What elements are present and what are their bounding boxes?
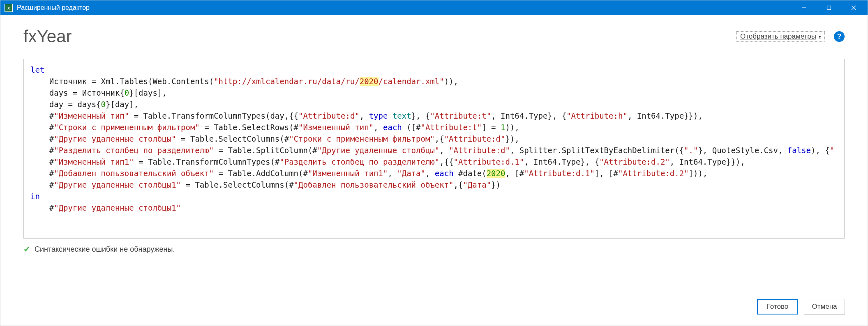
code-text: }) [491,180,501,189]
content-area: fxYear Отобразить параметры ▾ ? let Исто… [0,15,868,262]
code-str: "Другие удаленные столбцы" [317,146,439,155]
window-controls [792,0,866,15]
code-str: "Строки с примененным фильтром" [289,134,435,143]
display-parameters-label: Отобразить параметры [740,32,816,41]
code-text: , [360,111,369,120]
code-kw: text [392,111,411,120]
code-text: }, { [411,111,430,120]
code-str: "Измененный тип1" [308,169,388,178]
code-text: # [30,111,54,120]
code-text: ,{ [454,180,463,189]
code-text: # [30,157,54,166]
code-text: # [30,123,54,132]
window-title: Расширенный редактор [17,4,792,11]
code-text: }[days], [129,88,167,97]
dialog-buttons: Готово Отмена [757,299,845,315]
code-str: "Attribute:d.1" [524,169,595,178]
code-highlight: 2020 [487,169,506,178]
svg-rect-1 [827,6,831,10]
code-str: "Другие удаленные столбцы1" [54,203,181,212]
code-str: "Attribute:d.2" [618,169,689,178]
code-kw: false [787,146,811,155]
code-text: = Table.TransformColumnTypes(# [134,157,280,166]
code-str: "Attribute:t" [430,111,491,120]
code-text: # [30,180,54,189]
code-str: "Attribute:t" [420,123,482,132]
function-name-title: fxYear [23,27,72,46]
code-text: # [30,146,54,155]
code-str: "Добавлен пользовательский объект" [54,169,214,178]
maximize-button[interactable] [817,0,841,15]
close-button[interactable] [841,0,866,15]
header-row: fxYear Отобразить параметры ▾ ? [23,27,845,46]
code-text: , Int64.Type}}), [670,157,745,166]
code-text: ] = [482,123,501,132]
code-text: )), [444,77,458,86]
code-str: "Attribute:d" [449,146,510,155]
code-str: "Attribute:d.2" [599,157,670,166]
code-text: , Splitter.SplitTextByEachDelimiter({ [510,146,684,155]
code-str: "Другие удаленные столбцы1" [54,180,181,189]
help-icon[interactable]: ? [834,31,845,42]
code-text: = Table.SelectColumns(# [176,134,289,143]
code-text: ])), [689,169,708,178]
code-text: )), [505,123,519,132]
code-text: Источник = Xml.Tables(Web.Contents( [30,77,214,86]
code-text: ), { [811,146,830,155]
code-str: "Attribute:d" [444,134,506,143]
code-kw: type [369,111,388,120]
code-str: "." [684,146,698,155]
code-str: "Разделить столбец по разделителю" [54,146,214,155]
status-row: ✔ Синтаксические ошибки не обнаружены. [23,244,845,254]
code-str: /calendar.xml" [379,77,444,86]
display-parameters-link[interactable]: Отобразить параметры ▾ [736,31,825,42]
code-text: }[day], [106,100,139,109]
code-text: = Table.SplitColumn(# [214,146,317,155]
code-str: "Дата" [397,169,425,178]
code-editor[interactable]: let Источник = Xml.Tables(Web.Contents("… [23,59,845,239]
code-text: day = days{ [30,100,101,109]
code-kw: each [383,123,402,132]
cancel-button[interactable]: Отмена [804,299,845,315]
code-text [388,111,392,120]
code-text: }, QuoteStyle.Csv, [698,146,787,155]
code-text: days = Источник{ [30,88,125,97]
code-str: "Добавлен пользовательский объект" [294,180,454,189]
code-str: "Дата" [463,180,491,189]
code-text: , [388,169,397,178]
code-text: , Int64.Type}, { [524,157,599,166]
code-num: 0 [101,100,106,109]
code-str: "Измененный тип" [54,111,129,120]
code-text: # [30,134,54,143]
code-text: }), [505,134,519,143]
excel-icon: x [5,4,13,12]
code-str: "Другие удаленные столбцы" [54,134,176,143]
code-str: " [830,146,834,155]
code-text: , Int64.Type}}), [628,111,703,120]
status-text: Синтаксические ошибки не обнаружены. [35,245,175,254]
ok-button[interactable]: Готово [757,299,798,315]
code-kw: each [435,169,454,178]
code-text: # [30,169,54,178]
code-str: "http://xmlcalendar.ru/data/ru/ [214,77,360,86]
code-str: "Измененный тип" [298,123,374,132]
code-text: # [30,203,54,212]
code-text: , [374,123,383,132]
code-text: , [425,169,435,178]
code-text: ], [# [595,169,618,178]
minimize-button[interactable] [792,0,817,15]
check-icon: ✔ [23,244,30,254]
code-text: , Int64.Type}, { [491,111,566,120]
code-str: "Разделить столбец по разделителю" [279,157,439,166]
code-kw: in [30,192,40,201]
code-str: "Attribute:d" [298,111,360,120]
code-text: #date( [454,169,487,178]
title-bar: x Расширенный редактор [0,0,868,15]
code-text: = Table.TransformColumnTypes(day,{{ [129,111,298,120]
code-text: ([# [402,123,421,132]
code-str: "Attribute:h" [566,111,628,120]
code-num: 0 [125,88,129,97]
code-str: "Строки с примененным фильтром" [54,123,200,132]
code-text: ,{ [435,134,444,143]
code-text: , [# [505,169,524,178]
